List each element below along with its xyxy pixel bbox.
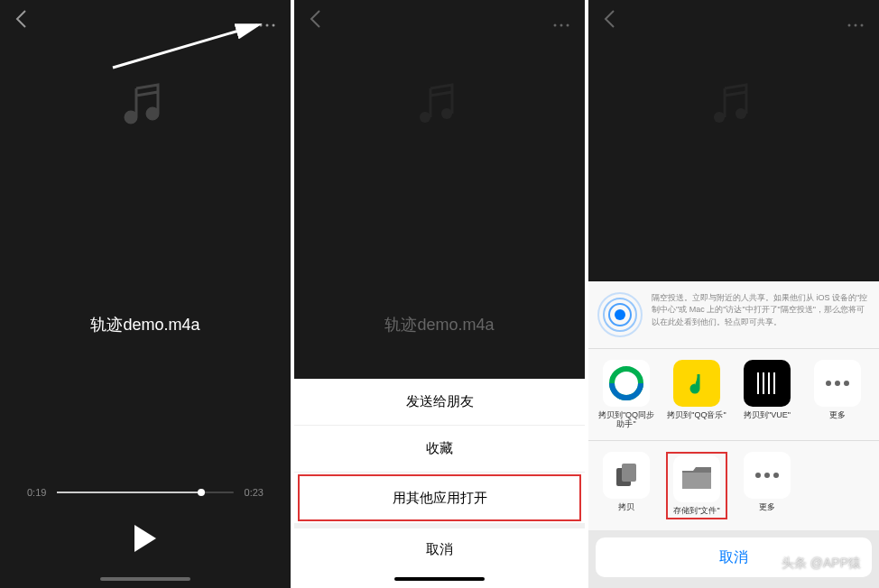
music-note-icon (0, 79, 291, 133)
share-app-qq-sync[interactable]: 拷贝到"QQ同步助手" (596, 360, 657, 430)
more-icon[interactable] (552, 10, 570, 33)
svg-point-6 (147, 108, 158, 119)
svg-point-12 (848, 24, 851, 27)
svg-rect-31 (622, 464, 636, 482)
svg-point-34 (764, 473, 770, 478)
more-dots-icon (754, 471, 781, 480)
svg-point-35 (773, 473, 779, 478)
svg-point-27 (826, 381, 831, 386)
svg-point-14 (861, 24, 864, 27)
share-cancel-button[interactable]: 取消 (596, 537, 872, 577)
play-button[interactable] (27, 525, 264, 552)
action-open-with-other[interactable]: 用其他应用打开 (298, 474, 581, 521)
svg-point-17 (615, 309, 625, 320)
svg-point-5 (125, 112, 136, 123)
player-controls: 0:19 0:23 (0, 487, 291, 552)
music-note-icon (294, 79, 585, 133)
svg-point-2 (273, 24, 275, 27)
share-action-save-to-files[interactable]: 存储到"文件" (666, 452, 727, 519)
share-actions-row: 拷贝 存储到"文件" 更多 (588, 440, 879, 530)
svg-point-28 (835, 381, 840, 386)
action-cancel[interactable]: 取消 (294, 523, 585, 570)
svg-point-8 (560, 24, 563, 27)
top-bar (0, 0, 291, 43)
svg-point-16 (736, 108, 746, 119)
back-icon[interactable] (603, 9, 615, 34)
qq-sync-icon (608, 365, 644, 401)
screen-3-share-sheet: 隔空投送。立即与附近的人共享。如果他们从 iOS 设备的"控制中心"或 Mac … (588, 0, 879, 588)
filename-label: 轨迹demo.m4a (0, 314, 291, 335)
top-bar (294, 0, 585, 43)
screen-2-action-sheet: 轨迹demo.m4a 发送给朋友 收藏 用其他应用打开 取消 (294, 0, 585, 588)
home-indicator[interactable] (394, 577, 485, 581)
back-icon[interactable] (309, 9, 321, 34)
svg-point-1 (266, 24, 269, 27)
screen-1-player: 轨迹demo.m4a 0:19 0:23 (0, 0, 291, 588)
airdrop-icon (597, 292, 643, 337)
svg-rect-32 (682, 473, 711, 489)
share-app-qq-music[interactable]: 拷贝到"QQ音乐" (666, 360, 727, 430)
share-app-more[interactable]: 更多 (807, 360, 868, 430)
home-indicator[interactable] (100, 577, 190, 581)
share-action-copy[interactable]: 拷贝 (596, 452, 657, 519)
filename-label: 轨迹demo.m4a (294, 314, 585, 335)
more-icon[interactable] (847, 10, 865, 33)
action-send-to-friend[interactable]: 发送给朋友 (294, 379, 585, 426)
top-bar (588, 0, 879, 43)
action-sheet: 发送给朋友 收藏 用其他应用打开 取消 (294, 379, 585, 588)
svg-point-9 (567, 24, 569, 27)
svg-point-15 (714, 112, 725, 123)
share-action-more[interactable]: 更多 (736, 452, 798, 519)
svg-point-7 (554, 24, 557, 27)
share-app-vue[interactable]: 拷贝到"VUE" (736, 360, 798, 430)
more-icon[interactable] (258, 10, 276, 33)
svg-point-29 (844, 381, 849, 386)
share-sheet: 隔空投送。立即与附近的人共享。如果他们从 iOS 设备的"控制中心"或 Mac … (588, 281, 879, 588)
copy-icon (611, 460, 642, 491)
total-time: 0:23 (245, 487, 264, 498)
svg-point-11 (441, 108, 452, 119)
airdrop-section[interactable]: 隔空投送。立即与附近的人共享。如果他们从 iOS 设备的"控制中心"或 Mac … (588, 281, 879, 348)
svg-point-10 (420, 112, 430, 123)
svg-point-0 (260, 24, 263, 27)
current-time: 0:19 (27, 487, 46, 498)
svg-point-13 (855, 24, 857, 27)
progress-bar[interactable] (57, 492, 233, 493)
back-icon[interactable] (14, 9, 27, 34)
qq-music-icon (682, 369, 711, 398)
folder-icon (680, 465, 713, 492)
action-favorite[interactable]: 收藏 (294, 426, 585, 473)
vue-icon (749, 365, 785, 401)
more-dots-icon (824, 379, 851, 388)
music-note-icon (588, 79, 879, 133)
airdrop-description: 隔空投送。立即与附近的人共享。如果他们从 iOS 设备的"控制中心"或 Mac … (652, 292, 870, 329)
share-apps-row: 拷贝到"QQ同步助手" 拷贝到"QQ音乐" (588, 348, 879, 441)
svg-point-33 (755, 473, 761, 478)
